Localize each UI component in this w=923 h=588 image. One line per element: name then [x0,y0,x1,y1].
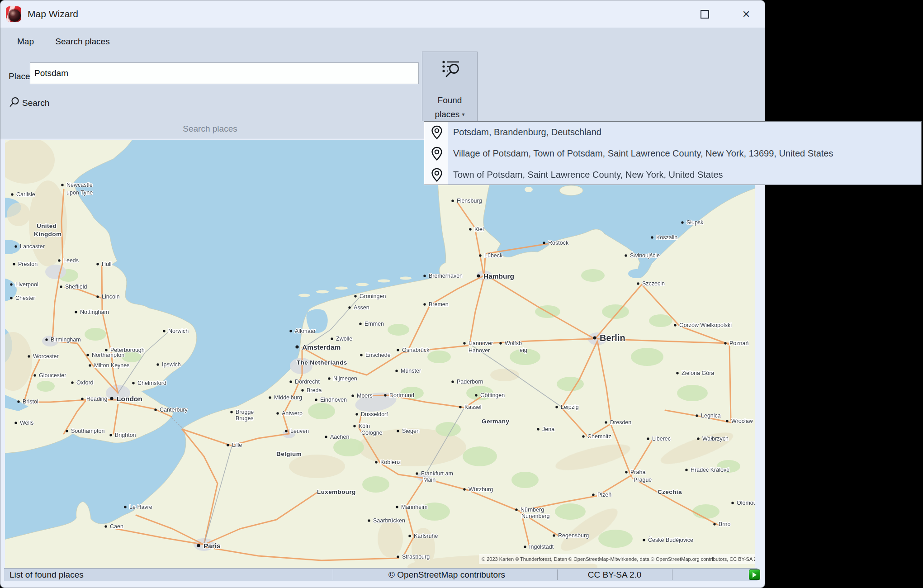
found-place-item[interactable]: Village of Potsdam, Town of Potsdam, Sai… [424,143,921,164]
city-dot [14,422,17,424]
city-label: Hamburg [483,272,514,280]
city-label: Brugge [236,409,254,415]
city-dot [10,283,12,285]
city-label: Lancaster [20,243,45,250]
city-label: Nottingham [80,309,109,315]
city-dot [353,425,355,427]
city-dot [96,263,99,265]
search-button[interactable]: Search [9,94,49,113]
found-place-label: Town of Potsdam, Saint Lawrence County, … [453,164,723,185]
city-label: Leuven [290,428,309,434]
city-dot [524,545,526,548]
found-place-item[interactable]: Potsdam, Brandenburg, Deutschland [424,122,921,143]
city-label: Plzeň [597,492,611,498]
city-label: Prague [634,477,652,483]
city-label: Norwich [168,328,189,334]
city-label: Szczecin [642,280,665,287]
search-button-label: Search [22,98,49,108]
city-label: Siegen [402,428,420,434]
city-dot [423,303,426,305]
city-dot [28,355,30,357]
city-label: Wałbrzych [702,436,729,442]
found-places-button[interactable]: Found places ▾ [422,52,478,121]
city-dot [75,311,77,313]
city-label: Lübeck [484,252,503,259]
city-label: Breda [307,387,322,394]
city-dot [592,493,594,496]
city-label: Rostock [548,240,569,246]
city-label: Flensburg [457,198,482,204]
city-label: Emmen [364,321,384,327]
city-label: Ipswich [162,361,181,368]
city-dot [463,342,465,344]
city-dot [605,421,607,423]
close-icon[interactable]: ✕ [739,8,753,21]
status-attribution: © OpenStreetMap contributors [336,569,557,581]
city-label: Bruges [236,415,254,422]
map-canvas[interactable]: Newcastleupon TyneCarlisleUnitedKingdomL… [5,140,755,568]
city-dot [625,254,627,256]
city-label: České Budějovice [648,536,693,543]
titlebar[interactable]: Map Wizard ✕ [0,0,765,28]
city-label: Lincoln [102,294,120,300]
city-dot [105,349,107,351]
city-label: Sheffield [65,284,87,290]
city-label: Dresden [610,419,631,426]
city-label: Preston [18,261,38,267]
found-places-label-1: Found [422,95,477,105]
city-dot [459,406,461,408]
city-label: Oxford [76,379,94,386]
city-dot [285,430,287,432]
city-label: Jena [542,426,554,432]
menu-item-map[interactable]: Map [17,37,34,47]
chevron-down-icon: ▾ [462,111,465,118]
city-label: Koszalin [656,234,677,241]
city-label: Moers [357,393,373,399]
city-dot [463,488,465,490]
city-dot [328,377,330,379]
menu-item-search-places[interactable]: Search places [55,37,109,47]
country-label: The Netherlands [297,359,347,366]
city-label: Leeds [63,257,79,264]
city-dot [124,506,126,508]
country-label: Germany [482,418,509,425]
city-label: Hanover [469,347,490,354]
city-label: Dordrecht [295,379,320,385]
city-dot [289,330,292,332]
city-label: Birmingham [51,337,81,343]
found-places-dropdown: Potsdam, Brandenburg, DeutschlandVillage… [424,121,922,185]
city-dot [11,193,13,195]
city-label: Köln [359,423,370,429]
city-label: Chester [15,295,35,301]
city-dot [479,254,481,256]
city-label: Liverpool [15,281,38,288]
city-label: Antwerp [282,410,303,417]
city-dot [45,338,47,341]
city-dot [10,297,12,299]
status-separator [333,569,333,580]
city-dot [643,539,645,541]
found-place-item[interactable]: Town of Potsdam, Saint Lawrence County, … [424,164,921,185]
city-dot [60,285,62,288]
city-dot [395,370,398,372]
city-dot [197,544,200,547]
city-label: Würzburg [469,486,493,493]
found-place-label: Village of Potsdam, Town of Potsdam, Sai… [453,143,833,164]
city-label: Eindhoven [320,397,347,403]
country-label: Czechia [658,488,682,495]
status-message: List of found places [9,569,84,581]
city-label: Koblenz [380,459,401,465]
city-dot [359,322,361,325]
place-input[interactable] [30,62,419,84]
city-label: Hull [102,261,112,267]
city-label: Ingolstadt [529,544,554,550]
city-dot [397,430,399,432]
city-label: Milton Keynes [94,362,130,369]
city-dot [351,394,354,397]
city-dot [163,330,165,332]
city-label: Chelmsford [137,380,166,386]
maximize-icon[interactable] [701,10,709,19]
country-label: Belgium [276,450,302,457]
place-label: Place [9,66,30,87]
city-label: Zwolle [336,336,352,342]
